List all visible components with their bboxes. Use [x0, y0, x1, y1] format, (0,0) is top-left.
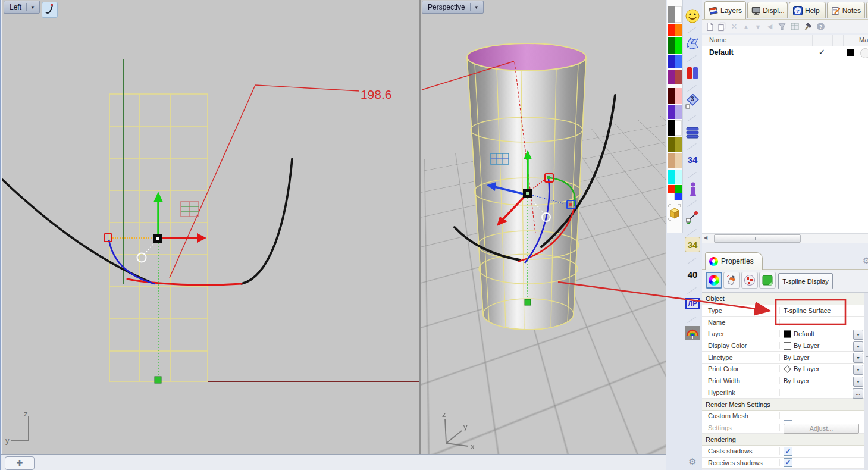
- palette-swatch[interactable]: [675, 193, 682, 200]
- gumball-y-arrowhead[interactable]: [153, 192, 163, 202]
- name-input[interactable]: [780, 317, 864, 328]
- layer-row-default[interactable]: Default ✓: [702, 46, 868, 59]
- dropdown-button[interactable]: ▼: [853, 330, 863, 340]
- add-viewport-tab-button[interactable]: ✚: [5, 456, 35, 470]
- palette-swatch[interactable]: [668, 120, 675, 136]
- gumball-extrude-handle[interactable]: [104, 234, 112, 242]
- gem-tool-button[interactable]: [685, 36, 700, 51]
- palette-swatch[interactable]: [668, 170, 675, 184]
- tool-button-lr[interactable]: ЛР: [685, 296, 700, 311]
- palette-swatch[interactable]: [675, 70, 682, 84]
- table-icon[interactable]: [790, 22, 800, 31]
- layer-name[interactable]: Default: [709, 48, 734, 57]
- palette-swatch[interactable]: [675, 24, 682, 36]
- layers-hscrollbar[interactable]: ◀: [702, 233, 868, 243]
- dropdown-button[interactable]: ▼: [853, 365, 863, 375]
- tool-button-40[interactable]: 40: [685, 267, 700, 282]
- adjust-button[interactable]: Adjust...: [784, 424, 859, 434]
- palette-swatch[interactable]: [675, 37, 682, 54]
- move-down-icon[interactable]: ▼: [754, 23, 762, 30]
- black-curve-right[interactable]: [242, 159, 292, 284]
- tab-properties[interactable]: Properties: [705, 252, 763, 270]
- viewport-perspective-title[interactable]: Perspective ▼: [422, 1, 484, 14]
- delete-layer-icon[interactable]: ✕: [730, 22, 738, 31]
- tspline-page-button[interactable]: [759, 272, 776, 289]
- palette-swatch[interactable]: [668, 153, 675, 168]
- gumball[interactable]: [104, 192, 206, 383]
- palette-swatch[interactable]: [675, 55, 682, 68]
- tab-notes[interactable]: Notes: [827, 2, 865, 18]
- tspline-grid-icon[interactable]: [181, 202, 199, 217]
- palette-swatch[interactable]: [668, 137, 675, 152]
- palette-swatch[interactable]: [675, 185, 682, 193]
- dropdown-button[interactable]: ▼: [853, 353, 863, 363]
- palette-swatch[interactable]: [668, 55, 675, 68]
- gumball-x-arrowhead[interactable]: [197, 233, 206, 243]
- layer-current-check-icon[interactable]: ✓: [819, 48, 825, 57]
- curve-tool-button[interactable]: [42, 2, 58, 18]
- selected-curve-blue[interactable]: [109, 240, 155, 284]
- color-bars-tool-button[interactable]: [685, 65, 700, 81]
- palette-swatch[interactable]: [668, 105, 675, 119]
- diamond-3-tool-button[interactable]: 3: [685, 94, 700, 109]
- dropdown-button[interactable]: ▼: [853, 341, 863, 352]
- copy-layer-icon[interactable]: [717, 22, 726, 32]
- gumball-base-handle[interactable]: [525, 299, 531, 305]
- palette-swatch[interactable]: [668, 193, 675, 200]
- panel-gear-icon[interactable]: ⚙: [863, 256, 868, 265]
- scrollbar-thumb[interactable]: [714, 234, 801, 243]
- palette-swatch[interactable]: [675, 170, 682, 184]
- material-column-header[interactable]: Mat: [859, 36, 868, 43]
- viewport-left-title[interactable]: Left ▼: [4, 1, 40, 14]
- palette-swatch[interactable]: [668, 6, 675, 23]
- custom-mesh-checkbox[interactable]: [784, 412, 792, 421]
- casts-shadows-checkbox[interactable]: ✓: [784, 447, 792, 456]
- tab-layers[interactable]: Layers: [704, 1, 746, 19]
- tab-display[interactable]: Displ...: [747, 2, 788, 18]
- name-column-header[interactable]: Name: [709, 36, 726, 43]
- palette-swatch[interactable]: [668, 88, 675, 104]
- palette-swatch[interactable]: [675, 153, 682, 168]
- color-palette[interactable]: [667, 0, 683, 233]
- linetype-select[interactable]: By Layer ▼: [780, 352, 864, 363]
- cylinder-top-face[interactable]: [467, 43, 586, 71]
- cube-tool-button[interactable]: [668, 203, 682, 221]
- texture-mapping-button[interactable]: [741, 272, 758, 289]
- browse-button[interactable]: ...: [853, 388, 863, 399]
- move-up-icon[interactable]: ▲: [742, 23, 750, 30]
- palette-swatch[interactable]: [675, 6, 682, 23]
- point-edit-tool-button[interactable]: [685, 209, 700, 225]
- new-layer-icon[interactable]: [706, 22, 714, 32]
- filter-icon[interactable]: [778, 22, 786, 31]
- black-curve-left[interactable]: [2, 180, 150, 282]
- palette-swatch[interactable]: [675, 120, 682, 136]
- tab-help[interactable]: ? Help: [789, 2, 826, 18]
- palette-swatch[interactable]: [675, 88, 682, 104]
- tspline-display-button[interactable]: T-spline Display: [778, 273, 833, 289]
- scroll-left-icon[interactable]: ◀: [704, 235, 707, 240]
- material-button[interactable]: [723, 272, 740, 289]
- tspline-cylinder[interactable]: [467, 43, 586, 330]
- viewport-left[interactable]: Left ▼: [2, 0, 421, 454]
- gumball-base-handle[interactable]: [155, 377, 161, 383]
- object-properties-button[interactable]: [706, 272, 722, 289]
- palette-swatch[interactable]: [668, 70, 675, 84]
- print-width-select[interactable]: By Layer ▼: [780, 375, 864, 387]
- analysis-tool-button[interactable]: [685, 325, 700, 341]
- settings-gear-button[interactable]: ⚙: [685, 454, 700, 469]
- layers-list[interactable]: Default ✓: [702, 46, 868, 233]
- dropdown-button[interactable]: ▼: [853, 377, 863, 387]
- display-color-select[interactable]: By Layer ▼: [780, 340, 864, 352]
- layer-select[interactable]: Default ▼: [780, 328, 864, 340]
- print-color-select[interactable]: By Layer ▼: [780, 364, 864, 375]
- palette-swatch[interactable]: [675, 137, 682, 152]
- palette-swatch[interactable]: [675, 105, 682, 119]
- receives-shadows-checkbox[interactable]: ✓: [784, 458, 792, 467]
- properties-vscrollbar[interactable]: [864, 293, 868, 470]
- chevron-down-icon[interactable]: ▼: [29, 5, 37, 10]
- palette-swatch[interactable]: [668, 24, 675, 36]
- tool-button-34[interactable]: 34: [685, 152, 700, 167]
- layer-material-swatch[interactable]: [860, 48, 868, 58]
- tools-icon[interactable]: [803, 22, 813, 32]
- hyperlink-input[interactable]: ...: [780, 387, 864, 399]
